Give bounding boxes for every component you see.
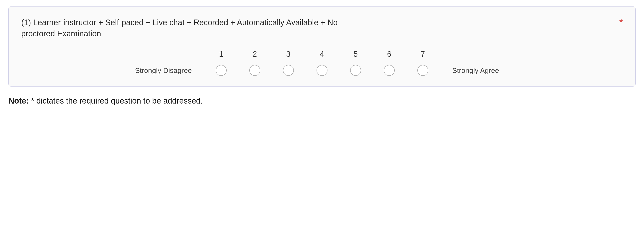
question-text: (1) Learner-instructor + Self-paced + Li…: [21, 17, 357, 39]
number-5: 5: [339, 50, 372, 58]
note-bold: Note:: [8, 96, 29, 105]
number-1: 1: [204, 50, 238, 58]
radio-6[interactable]: [384, 65, 395, 76]
radio-cell-6[interactable]: [372, 65, 406, 76]
radio-1[interactable]: [216, 65, 227, 76]
radio-cell-5[interactable]: [339, 65, 372, 76]
scale-section: 1 2 3 4 5 6 7 Strongly Disagree: [21, 50, 623, 76]
note-section: Note: * dictates the required question t…: [8, 95, 636, 107]
radio-cell-1[interactable]: [204, 65, 238, 76]
radio-5[interactable]: [350, 65, 361, 76]
radio-7[interactable]: [417, 65, 428, 76]
radio-cell-4[interactable]: [305, 65, 339, 76]
strongly-agree-label: Strongly Agree: [440, 66, 520, 74]
question-card: (1) Learner-instructor + Self-paced + Li…: [8, 6, 636, 86]
strongly-disagree-label: Strongly Disagree: [124, 66, 204, 74]
number-6: 6: [372, 50, 406, 58]
radio-4[interactable]: [316, 65, 328, 76]
radio-cell-2[interactable]: [238, 65, 272, 76]
radio-cell-7[interactable]: [406, 65, 440, 76]
radios-row: Strongly Disagree Strongly Agree: [124, 65, 520, 76]
question-header: (1) Learner-instructor + Self-paced + Li…: [21, 17, 623, 39]
number-3: 3: [272, 50, 305, 58]
radio-2[interactable]: [249, 65, 260, 76]
numbers-row: 1 2 3 4 5 6 7: [204, 50, 440, 58]
number-7: 7: [406, 50, 440, 58]
required-star: *: [620, 17, 623, 27]
radio-cell-3[interactable]: [272, 65, 305, 76]
radio-3[interactable]: [283, 65, 294, 76]
number-4: 4: [305, 50, 339, 58]
number-2: 2: [238, 50, 272, 58]
note-text: * dictates the required question to be a…: [29, 96, 203, 105]
